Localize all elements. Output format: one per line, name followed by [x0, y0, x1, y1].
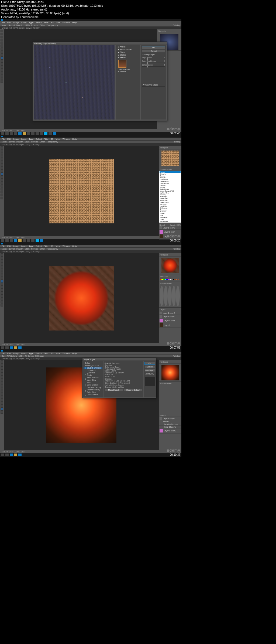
smoothness-value[interactable]: 5 — [164, 64, 165, 66]
stamp-tool[interactable] — [1, 167, 3, 170]
brush-icon[interactable] — [176, 286, 180, 306]
move-tool[interactable] — [1, 360, 3, 363]
menu-type[interactable]: Type — [29, 21, 33, 24]
layer-row[interactable]: Layer 1 — [159, 323, 181, 328]
navigator-thumb[interactable] — [161, 365, 179, 380]
blend-lighter-color[interactable]: Lighter Color — [160, 192, 181, 194]
highlight-mode-select[interactable]: Screen — [118, 384, 124, 386]
effects-row[interactable]: Effects — [159, 420, 181, 423]
glowing-edges-thumb[interactable] — [118, 60, 126, 68]
wand-tool[interactable] — [1, 262, 3, 265]
path-tool[interactable] — [1, 402, 3, 405]
layer-row[interactable]: Layer 1 copy 2 — [159, 226, 181, 230]
marquee-tool[interactable] — [1, 363, 3, 366]
gradient-overlay-item[interactable]: Gradient Overlay — [84, 386, 102, 389]
cortana-icon[interactable] — [10, 132, 13, 135]
drop-shadow-item[interactable]: Drop Shadow — [84, 393, 102, 396]
edge-icon[interactable] — [10, 346, 13, 349]
pattern-overlay-item[interactable]: Pattern Overlay — [84, 389, 102, 391]
menu-layer[interactable]: Layer — [21, 138, 27, 140]
firefox-icon[interactable] — [36, 132, 39, 135]
stamp-tool[interactable] — [1, 274, 3, 277]
brush-grid[interactable] — [159, 385, 181, 412]
hand-tool[interactable] — [1, 77, 3, 80]
reverse-check[interactable]: Reverse — [31, 24, 38, 26]
zoom-tool[interactable] — [1, 197, 3, 199]
swatches-grid[interactable] — [159, 278, 181, 281]
blend-linear-dodge[interactable]: Linear Dodge (Add) — [160, 190, 181, 192]
menu-layer[interactable]: Layer — [21, 21, 27, 24]
dither-check[interactable]: Dither — [40, 24, 45, 26]
type-tool[interactable] — [1, 399, 3, 402]
brush-tool[interactable] — [1, 271, 3, 274]
menu-image[interactable]: Image — [13, 21, 19, 24]
crop-tool[interactable] — [1, 265, 3, 268]
shape-tool[interactable] — [1, 298, 3, 301]
blend-darker-color[interactable]: Darker Color — [160, 183, 181, 185]
blur-tool[interactable] — [1, 59, 3, 62]
edge-icon[interactable] — [10, 454, 13, 456]
blend-linear-light[interactable]: Linear Light — [160, 202, 181, 203]
photoshop-task-icon[interactable] — [18, 346, 22, 349]
menu-filter[interactable]: Filter — [44, 21, 49, 24]
make-default-button[interactable]: Make Default — [105, 389, 123, 391]
start-icon[interactable] — [1, 132, 4, 135]
search-icon[interactable] — [5, 132, 9, 135]
word-icon[interactable] — [40, 132, 43, 135]
stroke-item[interactable]: Stroke — [84, 374, 102, 376]
app-icon[interactable] — [49, 132, 52, 135]
chrome-icon[interactable] — [27, 239, 30, 242]
blend-color-dodge[interactable]: Color Dodge — [160, 188, 181, 190]
blend-hard-light[interactable]: Hard Light — [160, 198, 181, 200]
eye-icon[interactable]: 👁 — [143, 84, 145, 86]
menu-help[interactable]: Help — [72, 138, 77, 140]
dodge-tool[interactable] — [1, 179, 3, 182]
effect-layers[interactable]: 👁 Glowing Edges — [142, 83, 165, 87]
shape-tool[interactable] — [1, 405, 3, 408]
menubar[interactable]: FileEditImageLayerTypeSelectFilter3DView… — [0, 245, 181, 247]
blend-subtract[interactable]: Subtract — [160, 211, 181, 213]
brush-icon[interactable] — [168, 286, 172, 306]
photoshop-task-icon[interactable] — [40, 239, 43, 242]
satin-item[interactable]: Satin — [84, 381, 102, 384]
smoothness-slider[interactable] — [142, 66, 165, 67]
edge-icon[interactable] — [18, 132, 22, 135]
soften-input[interactable]: 0 — [111, 376, 112, 377]
blend-saturation[interactable]: Saturation — [160, 217, 181, 219]
start-icon[interactable] — [1, 239, 4, 242]
start-icon[interactable] — [1, 454, 4, 456]
type-tool[interactable] — [1, 292, 3, 295]
chrome-icon[interactable] — [31, 132, 34, 135]
workspace-switcher[interactable]: Painting — [173, 141, 180, 143]
ok-button[interactable]: OK — [144, 362, 155, 365]
search-icon[interactable] — [5, 346, 9, 349]
menu-type[interactable]: Type — [29, 138, 33, 140]
explorer-icon[interactable] — [14, 454, 17, 456]
menu-view[interactable]: View — [56, 138, 60, 140]
eyedropper-tool[interactable] — [1, 375, 3, 378]
layer-row[interactable]: Layer 1 copy 2 — [159, 428, 181, 433]
anti-alias-check[interactable]: ☐ Anti-aliased — [118, 382, 130, 384]
document-tab[interactable]: Untitled-4 @ 66.7% (Layer 1 copy 2, RGB/… — [0, 26, 181, 29]
pen-tool[interactable] — [1, 65, 3, 68]
tree-artistic[interactable]: ▸ Artistic — [116, 46, 139, 48]
crop-tool[interactable] — [1, 158, 3, 161]
blend-color-burn[interactable]: Color Burn — [160, 179, 181, 181]
photoshop-task-icon[interactable] — [53, 132, 56, 135]
lasso-tool[interactable] — [1, 366, 3, 369]
cancel-button[interactable]: Cancel — [144, 365, 155, 368]
tree-texture[interactable]: ▸ Texture — [116, 70, 139, 73]
gradient-tool[interactable] — [1, 173, 3, 176]
lasso-tool[interactable] — [1, 36, 3, 38]
store-icon[interactable] — [23, 239, 26, 242]
edge-width-value[interactable]: 2 — [164, 56, 165, 58]
blend-mode-dropdown[interactable]: Normal Dissolve Darken Multiply Color Bu… — [159, 171, 181, 223]
hand-tool[interactable] — [1, 408, 3, 411]
global-light-check[interactable]: ☑ Use Global Light — [114, 380, 130, 382]
menu-view[interactable]: View — [56, 21, 60, 24]
start-icon[interactable] — [1, 346, 4, 349]
blend-normal[interactable]: Normal — [160, 171, 181, 173]
blend-color[interactable]: Color — [160, 219, 181, 220]
transparency-check[interactable]: Transparency — [46, 24, 58, 26]
edge-width-slider[interactable] — [142, 59, 165, 59]
